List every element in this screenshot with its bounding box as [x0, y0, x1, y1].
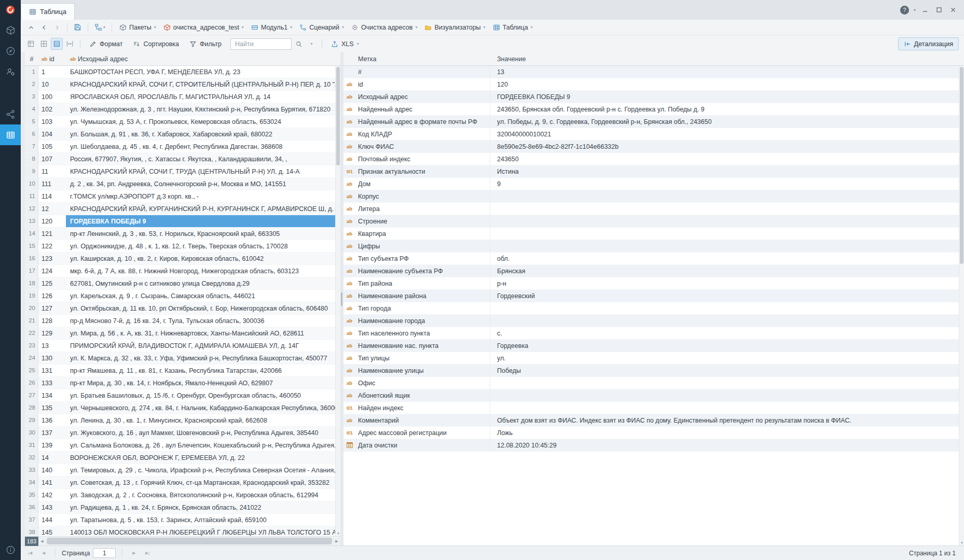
row-number[interactable]: 3	[25, 91, 38, 103]
field-value[interactable]: 320040000010021	[490, 128, 959, 140]
table-row[interactable]: 5 103 ул. Чумышская, д. 53 А, г. Прокопь…	[25, 116, 335, 128]
cell-id[interactable]: 12	[38, 203, 66, 215]
detail-row[interactable]: ab Наименование нас. пункта Гордеевка	[343, 340, 959, 352]
cell-id[interactable]: 133	[38, 377, 66, 389]
cell-address[interactable]: ул. Октябрьская, д. 11 кв. 10, рп Октябр…	[66, 302, 335, 314]
cell-address[interactable]: д. 2 , кв. 34, рп. Андреевка, Солнечного…	[66, 178, 335, 190]
nav-forward-button[interactable]	[51, 21, 63, 33]
detail-row[interactable]: 0/1 Найден индекс	[343, 402, 959, 414]
cell-address[interactable]: ул. Орджоникидзе, д. 48 , к. 1, кв. 12, …	[66, 240, 335, 252]
detail-row[interactable]: ab Офис	[343, 377, 959, 389]
row-number[interactable]: 34	[25, 477, 38, 488]
field-value[interactable]: с.	[490, 327, 959, 339]
field-value[interactable]: Ложь	[490, 427, 959, 439]
field-label-cell[interactable]: ab Наименование района	[343, 290, 490, 302]
last-page-button[interactable]	[142, 549, 153, 558]
column-header-address[interactable]: ab Исходный адрес	[66, 55, 340, 63]
breadcrumb-table[interactable]: Таблица	[490, 21, 536, 34]
close-icon[interactable]	[948, 5, 958, 15]
field-value[interactable]: ул.	[490, 352, 959, 364]
field-value[interactable]: 13	[490, 66, 959, 78]
table-row[interactable]: 16 123 ул. Каширская, д. 10 , кв. 2, г. …	[25, 253, 335, 265]
field-label-cell[interactable]: ab Код КЛАДР	[343, 128, 490, 140]
field-label-cell[interactable]: ab Строение	[343, 215, 490, 227]
field-label-cell[interactable]: ab Тип населенного пункта	[343, 327, 490, 339]
cell-id[interactable]: 144	[38, 514, 66, 526]
field-label-cell[interactable]: 0/1 Адрес массовой регистрации	[343, 427, 490, 439]
table-row[interactable]: 19 126 ул. Карельская, д. 9 , г. Сызрань…	[25, 290, 335, 302]
row-number[interactable]: 20	[25, 302, 38, 314]
row-number[interactable]: 15	[25, 240, 38, 252]
table-row[interactable]: 17 124 мкр. 6-й, д. 7 А, кв. 88, г. Нижн…	[25, 265, 335, 277]
table-row[interactable]: 20 127 ул. Октябрьская, д. 11 кв. 10, рп…	[25, 302, 335, 315]
field-value[interactable]: р-н	[490, 277, 959, 289]
cell-address[interactable]: мкр. 6-й, д. 7 А, кв. 88, г. Нижний Новг…	[66, 265, 335, 277]
detail-vertical-scrollbar[interactable]	[959, 66, 964, 545]
cell-address[interactable]: ул. Темировых, д. 29 , с. Чикола, Ирафск…	[66, 464, 335, 476]
table-row[interactable]: 37 144 ул. Таратынова, д. 5 , кв. 153, г…	[25, 514, 335, 526]
app-logo[interactable]	[0, 0, 21, 20]
cell-id[interactable]: 102	[38, 103, 66, 115]
field-label-cell[interactable]: ab Дом	[343, 178, 490, 190]
help-chevron-icon[interactable]	[914, 8, 916, 12]
cell-id[interactable]: 100	[38, 91, 66, 103]
maximize-icon[interactable]	[934, 5, 944, 15]
cell-address[interactable]: ПРИМОРСКИЙ КРАЙ, ВЛАДИВОСТОК Г, АДМИРАЛА…	[66, 340, 335, 352]
row-number[interactable]: 14	[25, 228, 38, 240]
field-label-cell[interactable]: 0/1 Найден индекс	[343, 402, 490, 414]
cell-address[interactable]: ГОРДЕЕВКА ПОБЕДЫ 9	[66, 215, 335, 227]
field-value[interactable]: Гордеевка	[490, 340, 959, 352]
field-value[interactable]	[490, 402, 959, 414]
detail-row[interactable]: # 13	[343, 66, 959, 78]
cell-address[interactable]: ул. К. Маркса, д. 32 , кв. 33, г. Уфа, У…	[66, 352, 335, 364]
field-value[interactable]: Брянская	[490, 265, 959, 277]
table-row[interactable]: 6 104 ул. Большая, д. 91 , кв. 36, г. Ха…	[25, 128, 335, 141]
nav-up-button[interactable]	[25, 21, 37, 33]
row-number[interactable]: 30	[25, 427, 38, 439]
field-value[interactable]: 243650	[490, 153, 959, 165]
splitter-handle[interactable]	[341, 292, 342, 306]
field-value[interactable]	[490, 240, 959, 252]
row-number[interactable]: 23	[25, 340, 38, 352]
cell-address[interactable]: ул. Сальмана Болокова, д. 26 , аул Блече…	[66, 439, 335, 451]
row-number[interactable]: 17	[25, 265, 38, 277]
field-label-cell[interactable]: 31 Дата очистки	[343, 439, 490, 451]
table-row[interactable]: 1 1 БАШКОРТОСТАН РЕСП, УФА Г, МЕНДЕЛЕЕВА…	[25, 66, 335, 78]
cell-address[interactable]: ул. Большая, д. 91 , кв. 36, г. Хабаровс…	[66, 128, 335, 140]
field-label-cell[interactable]: ab Цифры	[343, 240, 490, 252]
row-number[interactable]: 4	[25, 103, 38, 115]
detail-row[interactable]: ab Цифры	[343, 240, 959, 253]
row-number[interactable]: 29	[25, 414, 38, 426]
field-label-cell[interactable]: #	[343, 66, 490, 78]
hscroll-track[interactable]	[46, 537, 333, 545]
breadcrumb-packages[interactable]: Пакеты	[116, 21, 159, 34]
cell-id[interactable]: 139	[38, 439, 66, 451]
field-label-cell[interactable]: ab Ключ ФИАС	[343, 141, 490, 152]
cell-address[interactable]: Россия, 677907, Якутия, , с. Хатассы г. …	[66, 153, 335, 165]
detail-row[interactable]: ab Тип города	[343, 302, 959, 315]
page-number-input[interactable]	[93, 548, 116, 558]
detail-row[interactable]: ab Абонетский ящик	[343, 389, 959, 402]
table-row[interactable]: 22 129 ул. Мира, д. 56 , к. А, кв. 31, г…	[25, 327, 335, 340]
cell-address[interactable]: ул. Таратынова, д. 5 , кв. 153, г. Зарин…	[66, 514, 335, 526]
hscroll-thumb[interactable]	[47, 538, 332, 544]
sidebar-item-navigator[interactable]	[0, 40, 21, 61]
cell-id[interactable]: 135	[38, 402, 66, 414]
detail-row[interactable]: ab Найденный адрес в формате почты РФ ул…	[343, 116, 959, 128]
cell-id[interactable]: 10	[38, 78, 66, 90]
table-row[interactable]: 27 134 ул. Братьев Башиловых, д. 15 /6, …	[25, 389, 335, 402]
field-value[interactable]: 8e590e25-8e69-4bc2-82f7-1c104e66332b	[490, 141, 959, 152]
cell-address[interactable]: ВОРОНЕЖСКАЯ ОБЛ, ВОРОНЕЖ Г, ЕРЕМЕЕВА УЛ,…	[66, 452, 335, 464]
cell-id[interactable]: 120	[38, 215, 66, 227]
row-number[interactable]: 22	[25, 327, 38, 339]
scroll-left-icon[interactable]	[38, 539, 46, 543]
cell-address[interactable]: ул. Чумышская, д. 53 А, г. Прокопьевск, …	[66, 116, 335, 128]
row-number[interactable]: 26	[25, 377, 38, 389]
field-value[interactable]: 9	[490, 178, 959, 190]
table-row[interactable]: 2 10 КРАСНОДАРСКИЙ КРАЙ, СОЧИ Г, СТРОИТЕ…	[25, 78, 335, 91]
cell-id[interactable]: 137	[38, 427, 66, 439]
cell-address[interactable]: ул. Чернышевского, д. 274 , кв. 84, г. Н…	[66, 402, 335, 414]
row-number[interactable]: 9	[25, 165, 38, 177]
cell-address[interactable]: пр-д Мясново 7-й, д. 16 кв. 24, г. Тула,…	[66, 315, 335, 327]
cell-id[interactable]: 128	[38, 315, 66, 327]
